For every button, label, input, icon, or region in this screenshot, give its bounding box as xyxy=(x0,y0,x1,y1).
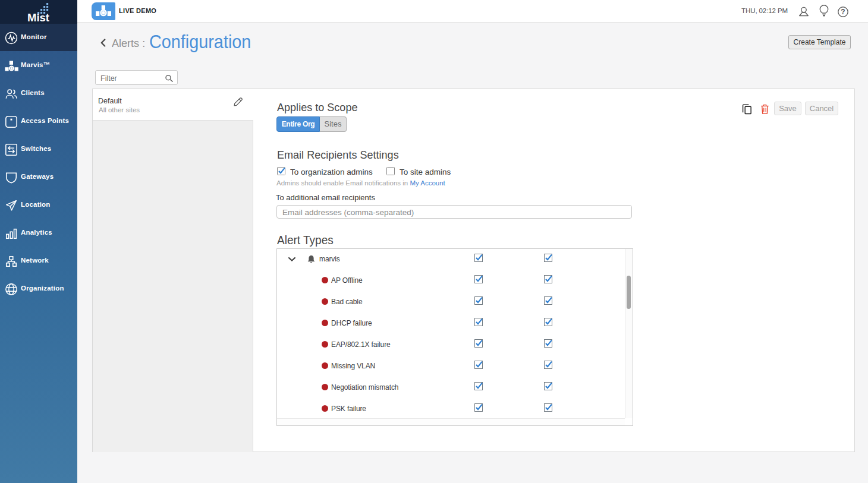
svg-text:?: ? xyxy=(841,8,845,16)
svg-text:Mist: Mist xyxy=(27,11,49,24)
